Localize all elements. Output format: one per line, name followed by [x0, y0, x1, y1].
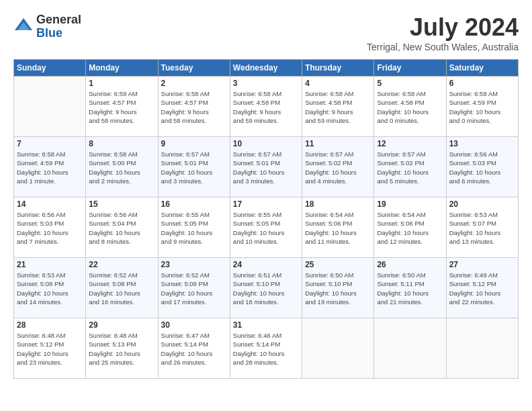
day-number: 27 [449, 260, 515, 269]
day-cell: 16Sunrise: 6:55 AMSunset: 5:05 PMDayligh… [158, 197, 230, 258]
title-block: July 2024 Terrigal, New South Wales, Aus… [367, 13, 519, 52]
day-info: Sunrise: 6:51 AMSunset: 5:10 PMDaylight:… [233, 271, 299, 306]
day-cell: 25Sunrise: 6:50 AMSunset: 5:10 PMDayligh… [302, 258, 374, 318]
day-cell: 30Sunrise: 6:47 AMSunset: 5:14 PMDayligh… [158, 318, 230, 379]
day-number: 14 [17, 199, 83, 209]
day-number: 24 [233, 260, 299, 269]
day-info: Sunrise: 6:58 AMSunset: 5:00 PMDaylight:… [89, 150, 154, 185]
day-cell [302, 318, 374, 379]
day-info: Sunrise: 6:48 AMSunset: 5:12 PMDaylight:… [17, 331, 83, 367]
day-number: 3 [233, 79, 299, 88]
day-number: 7 [17, 139, 83, 148]
day-cell: 14Sunrise: 6:56 AMSunset: 5:03 PMDayligh… [14, 197, 86, 258]
day-number: 4 [305, 79, 371, 88]
day-info: Sunrise: 6:54 AMSunset: 5:06 PMDaylight:… [377, 210, 443, 246]
day-info: Sunrise: 6:58 AMSunset: 4:58 PMDaylight:… [305, 89, 371, 125]
day-cell: 21Sunrise: 6:53 AMSunset: 5:08 PMDayligh… [14, 258, 86, 318]
day-number: 9 [161, 139, 227, 148]
day-cell: 23Sunrise: 6:52 AMSunset: 5:09 PMDayligh… [158, 258, 230, 318]
logo-blue: Blue [36, 27, 81, 40]
header-day-thursday: Thursday [302, 60, 374, 77]
day-cell: 7Sunrise: 6:58 AMSunset: 4:59 PMDaylight… [14, 137, 86, 197]
day-cell: 3Sunrise: 6:58 AMSunset: 4:58 PMDaylight… [230, 77, 302, 137]
day-cell: 8Sunrise: 6:58 AMSunset: 5:00 PMDaylight… [86, 137, 158, 197]
day-cell: 5Sunrise: 6:58 AMSunset: 4:58 PMDaylight… [374, 77, 446, 137]
day-info: Sunrise: 6:50 AMSunset: 5:11 PMDaylight:… [377, 271, 443, 306]
day-number: 8 [89, 139, 154, 148]
day-number: 5 [377, 79, 443, 88]
day-cell [374, 318, 446, 379]
week-row-2: 14Sunrise: 6:56 AMSunset: 5:03 PMDayligh… [14, 197, 519, 258]
day-info: Sunrise: 6:58 AMSunset: 4:57 PMDaylight:… [161, 89, 227, 125]
day-cell: 18Sunrise: 6:54 AMSunset: 5:06 PMDayligh… [302, 197, 374, 258]
logo-text: General Blue [36, 13, 81, 40]
day-info: Sunrise: 6:58 AMSunset: 4:59 PMDaylight:… [449, 89, 515, 125]
header-day-wednesday: Wednesday [230, 60, 302, 77]
day-cell: 17Sunrise: 6:55 AMSunset: 5:05 PMDayligh… [230, 197, 302, 258]
day-info: Sunrise: 6:53 AMSunset: 5:07 PMDaylight:… [449, 210, 515, 246]
month-title: July 2024 [367, 13, 519, 42]
day-info: Sunrise: 6:59 AMSunset: 4:57 PMDaylight:… [89, 89, 154, 125]
header-row: SundayMondayTuesdayWednesdayThursdayFrid… [14, 60, 519, 77]
day-number: 20 [449, 199, 515, 209]
day-info: Sunrise: 6:56 AMSunset: 5:03 PMDaylight:… [17, 210, 83, 246]
day-info: Sunrise: 6:57 AMSunset: 5:01 PMDaylight:… [161, 150, 227, 185]
day-info: Sunrise: 6:58 AMSunset: 4:58 PMDaylight:… [233, 89, 299, 125]
day-number: 19 [377, 199, 443, 209]
day-number: 16 [161, 199, 227, 209]
day-info: Sunrise: 6:57 AMSunset: 5:02 PMDaylight:… [305, 150, 371, 185]
day-cell: 28Sunrise: 6:48 AMSunset: 5:12 PMDayligh… [14, 318, 86, 379]
day-number: 12 [377, 139, 443, 148]
day-info: Sunrise: 6:56 AMSunset: 5:03 PMDaylight:… [449, 150, 515, 185]
week-row-4: 28Sunrise: 6:48 AMSunset: 5:12 PMDayligh… [14, 318, 519, 379]
header-day-monday: Monday [86, 60, 158, 77]
day-info: Sunrise: 6:52 AMSunset: 5:08 PMDaylight:… [89, 271, 154, 306]
day-number: 2 [161, 79, 227, 88]
day-number: 13 [449, 139, 515, 148]
calendar-header: SundayMondayTuesdayWednesdayThursdayFrid… [14, 60, 519, 77]
logo-icon [13, 17, 34, 37]
day-info: Sunrise: 6:55 AMSunset: 5:05 PMDaylight:… [233, 210, 299, 246]
header-day-sunday: Sunday [14, 60, 86, 77]
day-number: 10 [233, 139, 299, 148]
logo: General Blue [13, 13, 81, 40]
day-number: 29 [89, 320, 154, 330]
day-number: 11 [305, 139, 371, 148]
day-cell: 29Sunrise: 6:48 AMSunset: 5:13 PMDayligh… [86, 318, 158, 379]
day-info: Sunrise: 6:46 AMSunset: 5:14 PMDaylight:… [233, 331, 299, 367]
day-info: Sunrise: 6:54 AMSunset: 5:06 PMDaylight:… [305, 210, 371, 246]
day-number: 6 [449, 79, 515, 88]
day-number: 28 [17, 320, 83, 330]
day-info: Sunrise: 6:57 AMSunset: 5:02 PMDaylight:… [377, 150, 443, 185]
day-cell: 1Sunrise: 6:59 AMSunset: 4:57 PMDaylight… [86, 77, 158, 137]
day-cell: 24Sunrise: 6:51 AMSunset: 5:10 PMDayligh… [230, 258, 302, 318]
day-cell: 22Sunrise: 6:52 AMSunset: 5:08 PMDayligh… [86, 258, 158, 318]
day-number: 25 [305, 260, 371, 269]
logo-general: General [36, 13, 81, 27]
week-row-1: 7Sunrise: 6:58 AMSunset: 4:59 PMDaylight… [14, 137, 519, 197]
day-cell: 11Sunrise: 6:57 AMSunset: 5:02 PMDayligh… [302, 137, 374, 197]
day-number: 30 [161, 320, 227, 330]
day-number: 18 [305, 199, 371, 209]
day-number: 26 [377, 260, 443, 269]
day-info: Sunrise: 6:49 AMSunset: 5:12 PMDaylight:… [449, 271, 515, 306]
day-info: Sunrise: 6:53 AMSunset: 5:08 PMDaylight:… [17, 271, 83, 306]
day-number: 15 [89, 199, 154, 209]
day-number: 21 [17, 260, 83, 269]
calendar-body: 1Sunrise: 6:59 AMSunset: 4:57 PMDaylight… [14, 77, 519, 379]
day-cell [14, 77, 86, 137]
page-header: General Blue July 2024 Terrigal, New Sou… [13, 13, 519, 52]
day-info: Sunrise: 6:47 AMSunset: 5:14 PMDaylight:… [161, 331, 227, 367]
day-cell: 26Sunrise: 6:50 AMSunset: 5:11 PMDayligh… [374, 258, 446, 318]
day-cell: 20Sunrise: 6:53 AMSunset: 5:07 PMDayligh… [446, 197, 518, 258]
day-number: 31 [233, 320, 299, 330]
location: Terrigal, New South Wales, Australia [367, 42, 519, 52]
day-cell: 12Sunrise: 6:57 AMSunset: 5:02 PMDayligh… [374, 137, 446, 197]
day-info: Sunrise: 6:58 AMSunset: 4:59 PMDaylight:… [17, 150, 83, 185]
header-day-friday: Friday [374, 60, 446, 77]
day-number: 23 [161, 260, 227, 269]
day-number: 17 [233, 199, 299, 209]
week-row-3: 21Sunrise: 6:53 AMSunset: 5:08 PMDayligh… [14, 258, 519, 318]
day-cell [446, 318, 518, 379]
day-info: Sunrise: 6:57 AMSunset: 5:01 PMDaylight:… [233, 150, 299, 185]
